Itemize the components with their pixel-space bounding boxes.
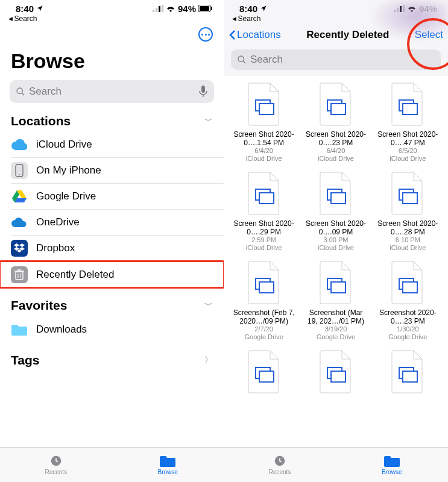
list-item-label: OneDrive: [36, 216, 80, 228]
list-item-label: Dropbox: [36, 242, 75, 254]
file-thumb-icon: [245, 171, 283, 216]
favorites-header[interactable]: Favorites ﹀: [0, 287, 224, 316]
file-item[interactable]: Screen Shot 2020-0….1.54 PM 6/4/20 iClou…: [230, 80, 298, 166]
file-item[interactable]: Screenshot (Mar 19, 202…/01 PM) 3/19/20 …: [301, 258, 370, 345]
file-thumb-icon: [388, 349, 427, 394]
file-name: Screenshot 2020-0….23 PM: [375, 308, 440, 325]
trash-icon: [11, 266, 28, 283]
svg-rect-6: [211, 7, 212, 10]
svg-rect-9: [201, 86, 205, 93]
svg-rect-36: [331, 104, 345, 114]
file-thumb-icon: [388, 171, 427, 216]
list-item-label: On My iPhone: [36, 164, 101, 177]
file-date: 6/4/20: [327, 147, 345, 155]
folder-icon: [11, 321, 28, 338]
browse-screen: 8:40 94% Search Browse Search Locations …: [0, 0, 224, 482]
recently-deleted-screen: 8:40 94% Search Locations Recently Delet…: [224, 0, 448, 482]
file-source: iCloud Drive: [318, 244, 354, 252]
list-item-label: Recently Deleted: [36, 269, 114, 281]
file-item[interactable]: Screen Shot 2020-0….47 PM 6/5/20 iCloud …: [374, 80, 442, 166]
battery-percent: 94%: [178, 4, 196, 14]
tab-label: Recents: [45, 469, 67, 475]
file-thumb-icon: [245, 349, 283, 394]
tab-recents[interactable]: Recents: [224, 448, 336, 482]
svg-rect-46: [259, 282, 274, 293]
file-item[interactable]: Screen Shot 2020-0….23 PM 6/4/20 iCloud …: [301, 80, 370, 166]
back-to-search[interactable]: Search: [0, 13, 224, 23]
status-bar: 8:40 94%: [224, 0, 448, 13]
file-thumb-icon: [245, 82, 283, 127]
svg-rect-5: [200, 6, 209, 11]
file-source: iCloud Drive: [246, 244, 282, 252]
file-date: 3:00 PM: [324, 236, 349, 244]
favorite-downloads[interactable]: Downloads: [11, 316, 224, 342]
clock: 8:40: [239, 4, 257, 14]
folder-icon: [384, 454, 400, 468]
tab-recents[interactable]: Recents: [0, 448, 112, 482]
chevron-right-icon: 〉: [204, 355, 213, 366]
file-thumb-icon: [245, 260, 283, 305]
file-thumb-icon: [317, 349, 355, 394]
wifi-icon: [407, 5, 417, 12]
list-item-label: iCloud Drive: [36, 139, 92, 151]
file-source: iCloud Drive: [390, 155, 426, 163]
svg-rect-21: [16, 272, 23, 280]
svg-rect-54: [331, 371, 345, 382]
svg-point-31: [238, 56, 244, 61]
file-item[interactable]: Screenshot (Feb 7, 2020…/09 PM) 2/7/20 G…: [230, 258, 298, 345]
file-source: iCloud Drive: [318, 155, 354, 163]
file-thumb-icon: [388, 260, 427, 305]
svg-marker-16: [14, 243, 19, 247]
file-name: Screen Shot 2020-0….47 PM: [375, 130, 440, 147]
location-onedrive[interactable]: OneDrive: [11, 210, 224, 236]
location-dropbox[interactable]: Dropbox: [11, 236, 224, 261]
svg-rect-1: [156, 8, 157, 12]
google-drive-icon: [11, 188, 28, 205]
file-name: Screen Shot 2020-0….28 PM: [375, 219, 440, 236]
svg-rect-40: [259, 193, 274, 204]
location-google-drive[interactable]: Google Drive: [11, 184, 224, 210]
location-recently-deleted[interactable]: Recently Deleted: [0, 261, 224, 287]
file-item[interactable]: Screen Shot 2020-0….28 PM 6:10 PM iCloud…: [374, 169, 442, 255]
file-date: 3/19/20: [325, 325, 347, 333]
svg-rect-38: [403, 104, 417, 114]
file-item[interactable]: [301, 347, 370, 401]
svg-rect-42: [331, 193, 345, 204]
svg-rect-3: [162, 5, 163, 12]
file-item[interactable]: Screen Shot 2020-0….09 PM 3:00 PM iCloud…: [301, 169, 370, 255]
locations-header[interactable]: Locations ﹀: [0, 103, 224, 132]
select-button[interactable]: Select: [415, 29, 443, 41]
status-bar: 8:40 94%: [0, 0, 224, 13]
locations-list: iCloud Drive On My iPhone Google Drive O…: [0, 132, 224, 287]
file-name: Screen Shot 2020-0….23 PM: [303, 130, 368, 147]
svg-rect-34: [259, 104, 274, 114]
more-menu-button[interactable]: [198, 27, 213, 42]
mic-icon[interactable]: [198, 86, 208, 98]
iphone-icon: [11, 162, 28, 179]
location-on-my-iphone[interactable]: On My iPhone: [11, 158, 224, 184]
file-item[interactable]: Screenshot 2020-0….23 PM 1/30/20 Google …: [374, 258, 442, 345]
back-to-search[interactable]: Search: [224, 13, 448, 23]
file-name: Screenshot (Feb 7, 2020…/09 PM): [232, 308, 297, 325]
tab-browse[interactable]: Browse: [112, 448, 224, 482]
tab-browse[interactable]: Browse: [336, 448, 448, 482]
tab-label: Recents: [269, 469, 291, 475]
chevron-left-icon: [229, 30, 236, 40]
wifi-icon: [166, 5, 175, 12]
tags-header[interactable]: Tags 〉: [0, 342, 224, 371]
file-item[interactable]: [230, 347, 298, 401]
onedrive-icon: [11, 214, 28, 231]
file-item[interactable]: [374, 347, 442, 401]
search-input[interactable]: Search: [231, 49, 441, 70]
file-source: iCloud Drive: [246, 155, 282, 163]
list-item-label: Google Drive: [36, 190, 96, 202]
search-input[interactable]: Search: [10, 80, 214, 103]
chevron-down-icon: ﹀: [204, 300, 213, 311]
nav-bar: Locations Recently Deleted Select: [224, 23, 448, 47]
file-item[interactable]: Screen Shot 2020-0….29 PM 2:59 PM iCloud…: [230, 169, 298, 255]
back-button[interactable]: Locations: [229, 29, 281, 41]
svg-line-32: [243, 61, 245, 63]
file-thumb-icon: [317, 171, 355, 216]
svg-point-7: [17, 88, 22, 93]
location-icloud-drive[interactable]: iCloud Drive: [11, 132, 224, 158]
